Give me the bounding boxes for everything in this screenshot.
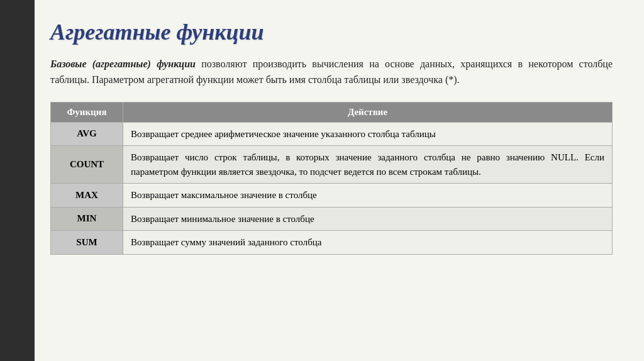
function-cell: SUM [51,231,123,255]
function-cell: COUNT [51,146,123,184]
table-row: MAXВозвращает максимальное значение в ст… [51,184,613,208]
slide: Агрегатные функции Базовые (агрегатные) … [0,0,644,361]
description-cell: Возвращает максимальное значение в столб… [123,184,613,208]
col-header-function: Функция [51,102,123,122]
function-cell: AVG [51,122,123,146]
table-row: AVGВозвращает среднее арифметическое зна… [51,122,613,146]
col-header-action: Действие [123,102,613,122]
description-cell: Возвращает минимальное значение в столбц… [123,207,613,231]
table-row: MINВозвращает минимальное значение в сто… [51,207,613,231]
description-cell: Возвращает сумму значений заданного стол… [123,231,613,255]
table-row: COUNTВозвращает число строк таблицы, в к… [51,146,613,184]
aggregate-functions-table: Функция Действие AVGВозвращает среднее а… [50,102,613,255]
intro-paragraph: Базовые (агрегатные) функции позволяют п… [50,57,613,88]
function-cell: MIN [51,207,123,231]
table-row: SUMВозвращает сумму значений заданного с… [51,231,613,255]
function-cell: MAX [51,184,123,208]
left-accent-bar [0,0,35,361]
description-cell: Возвращает число строк таблицы, в которы… [123,146,613,184]
intro-italic-bold: Базовые (агрегатные) функции [50,58,196,69]
description-cell: Возвращает среднее арифметическое значен… [123,122,613,146]
slide-title: Агрегатные функции [50,19,613,45]
table-header-row: Функция Действие [51,102,613,122]
